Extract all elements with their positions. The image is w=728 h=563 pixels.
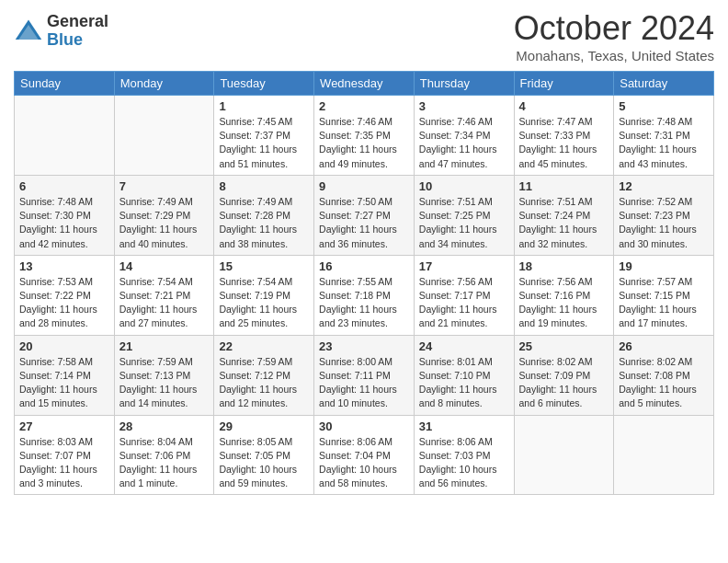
day-number: 7 xyxy=(119,179,210,193)
calendar-cell: 7Sunrise: 7:49 AMSunset: 7:29 PMDaylight… xyxy=(114,175,214,255)
day-info: Sunrise: 7:56 AMSunset: 7:16 PMDaylight:… xyxy=(519,276,597,329)
day-number: 12 xyxy=(619,179,709,193)
calendar-cell: 24Sunrise: 8:01 AMSunset: 7:10 PMDayligh… xyxy=(414,335,514,415)
calendar-cell: 19Sunrise: 7:57 AMSunset: 7:15 PMDayligh… xyxy=(614,255,714,335)
calendar-cell: 28Sunrise: 8:04 AMSunset: 7:06 PMDayligh… xyxy=(114,415,214,495)
day-number: 13 xyxy=(19,259,109,273)
calendar-cell: 17Sunrise: 7:56 AMSunset: 7:17 PMDayligh… xyxy=(414,255,514,335)
logo-general: General xyxy=(47,13,108,31)
day-info: Sunrise: 7:54 AMSunset: 7:21 PMDaylight:… xyxy=(119,276,198,329)
calendar-cell: 21Sunrise: 7:59 AMSunset: 7:13 PMDayligh… xyxy=(114,335,214,415)
calendar-cell: 13Sunrise: 7:53 AMSunset: 7:22 PMDayligh… xyxy=(15,255,115,335)
day-info: Sunrise: 7:54 AMSunset: 7:19 PMDaylight:… xyxy=(219,276,297,329)
calendar-body: 1Sunrise: 7:45 AMSunset: 7:37 PMDaylight… xyxy=(15,96,714,495)
calendar-cell: 15Sunrise: 7:54 AMSunset: 7:19 PMDayligh… xyxy=(214,255,314,335)
day-number: 4 xyxy=(519,99,609,113)
weekday-header-friday: Friday xyxy=(514,72,614,96)
day-number: 26 xyxy=(619,339,709,353)
calendar-cell: 31Sunrise: 8:06 AMSunset: 7:03 PMDayligh… xyxy=(414,415,514,495)
calendar-cell: 14Sunrise: 7:54 AMSunset: 7:21 PMDayligh… xyxy=(114,255,214,335)
calendar-week-row: 13Sunrise: 7:53 AMSunset: 7:22 PMDayligh… xyxy=(15,255,714,335)
calendar-cell: 11Sunrise: 7:51 AMSunset: 7:24 PMDayligh… xyxy=(514,175,614,255)
day-info: Sunrise: 7:49 AMSunset: 7:29 PMDaylight:… xyxy=(119,196,198,249)
day-number: 24 xyxy=(419,339,509,353)
day-number: 11 xyxy=(519,179,609,193)
calendar-cell: 10Sunrise: 7:51 AMSunset: 7:25 PMDayligh… xyxy=(414,175,514,255)
calendar-cell xyxy=(614,415,714,495)
day-info: Sunrise: 7:51 AMSunset: 7:25 PMDaylight:… xyxy=(419,196,497,249)
calendar-cell: 5Sunrise: 7:48 AMSunset: 7:31 PMDaylight… xyxy=(614,96,714,176)
day-info: Sunrise: 8:02 AMSunset: 7:08 PMDaylight:… xyxy=(619,356,697,409)
day-info: Sunrise: 7:52 AMSunset: 7:23 PMDaylight:… xyxy=(619,196,697,249)
calendar-week-row: 20Sunrise: 7:58 AMSunset: 7:14 PMDayligh… xyxy=(15,335,714,415)
day-number: 19 xyxy=(619,259,709,273)
calendar-cell: 1Sunrise: 7:45 AMSunset: 7:37 PMDaylight… xyxy=(214,96,314,176)
day-info: Sunrise: 7:49 AMSunset: 7:28 PMDaylight:… xyxy=(219,196,297,249)
day-number: 22 xyxy=(219,339,309,353)
day-number: 1 xyxy=(219,99,309,113)
weekday-header-tuesday: Tuesday xyxy=(214,72,314,96)
day-info: Sunrise: 8:03 AMSunset: 7:07 PMDaylight:… xyxy=(19,436,97,489)
day-number: 14 xyxy=(119,259,210,273)
calendar-cell: 8Sunrise: 7:49 AMSunset: 7:28 PMDaylight… xyxy=(214,175,314,255)
day-number: 3 xyxy=(419,99,509,113)
calendar-cell: 18Sunrise: 7:56 AMSunset: 7:16 PMDayligh… xyxy=(514,255,614,335)
day-info: Sunrise: 7:46 AMSunset: 7:34 PMDaylight:… xyxy=(419,116,497,169)
day-info: Sunrise: 7:48 AMSunset: 7:30 PMDaylight:… xyxy=(19,196,97,249)
calendar-cell xyxy=(15,96,115,176)
calendar-cell: 16Sunrise: 7:55 AMSunset: 7:18 PMDayligh… xyxy=(314,255,415,335)
day-info: Sunrise: 7:51 AMSunset: 7:24 PMDaylight:… xyxy=(519,196,597,249)
day-info: Sunrise: 8:06 AMSunset: 7:03 PMDaylight:… xyxy=(419,436,497,489)
calendar-cell: 6Sunrise: 7:48 AMSunset: 7:30 PMDaylight… xyxy=(15,175,115,255)
calendar-cell: 23Sunrise: 8:00 AMSunset: 7:11 PMDayligh… xyxy=(314,335,415,415)
logo: General Blue xyxy=(14,13,108,50)
calendar-cell: 30Sunrise: 8:06 AMSunset: 7:04 PMDayligh… xyxy=(314,415,415,495)
day-info: Sunrise: 7:59 AMSunset: 7:13 PMDaylight:… xyxy=(119,356,198,409)
calendar-cell: 27Sunrise: 8:03 AMSunset: 7:07 PMDayligh… xyxy=(15,415,115,495)
weekday-header-thursday: Thursday xyxy=(414,72,514,96)
day-number: 18 xyxy=(519,259,609,273)
day-info: Sunrise: 7:46 AMSunset: 7:35 PMDaylight:… xyxy=(319,116,397,169)
calendar-cell xyxy=(114,96,214,176)
day-number: 21 xyxy=(119,339,210,353)
calendar-cell: 3Sunrise: 7:46 AMSunset: 7:34 PMDaylight… xyxy=(414,96,514,176)
weekday-header-wednesday: Wednesday xyxy=(314,72,415,96)
day-number: 9 xyxy=(319,179,409,193)
title-block: October 2024 Monahans, Texas, United Sta… xyxy=(514,9,714,63)
calendar-table: SundayMondayTuesdayWednesdayThursdayFrid… xyxy=(14,71,714,495)
day-info: Sunrise: 8:01 AMSunset: 7:10 PMDaylight:… xyxy=(419,356,497,409)
page-header: General Blue October 2024 Monahans, Texa… xyxy=(14,9,714,63)
logo-blue: Blue xyxy=(47,31,108,50)
day-info: Sunrise: 7:48 AMSunset: 7:31 PMDaylight:… xyxy=(619,116,697,169)
calendar-week-row: 6Sunrise: 7:48 AMSunset: 7:30 PMDaylight… xyxy=(15,175,714,255)
weekday-header-saturday: Saturday xyxy=(614,72,714,96)
day-number: 10 xyxy=(419,179,509,193)
day-info: Sunrise: 7:56 AMSunset: 7:17 PMDaylight:… xyxy=(419,276,497,329)
day-info: Sunrise: 8:05 AMSunset: 7:05 PMDaylight:… xyxy=(219,436,297,489)
day-info: Sunrise: 7:47 AMSunset: 7:33 PMDaylight:… xyxy=(519,116,597,169)
day-info: Sunrise: 8:00 AMSunset: 7:11 PMDaylight:… xyxy=(319,356,397,409)
day-number: 25 xyxy=(519,339,609,353)
weekday-header-sunday: Sunday xyxy=(15,72,115,96)
day-info: Sunrise: 7:53 AMSunset: 7:22 PMDaylight:… xyxy=(19,276,97,329)
month-year-title: October 2024 xyxy=(514,9,714,48)
day-number: 28 xyxy=(119,419,210,433)
day-number: 8 xyxy=(219,179,309,193)
location-subtitle: Monahans, Texas, United States xyxy=(514,48,714,63)
calendar-week-row: 27Sunrise: 8:03 AMSunset: 7:07 PMDayligh… xyxy=(15,415,714,495)
calendar-cell: 29Sunrise: 8:05 AMSunset: 7:05 PMDayligh… xyxy=(214,415,314,495)
day-info: Sunrise: 7:59 AMSunset: 7:12 PMDaylight:… xyxy=(219,356,297,409)
day-number: 31 xyxy=(419,419,509,433)
day-info: Sunrise: 7:57 AMSunset: 7:15 PMDaylight:… xyxy=(619,276,697,329)
day-number: 15 xyxy=(219,259,309,273)
day-number: 5 xyxy=(619,99,709,113)
weekday-header-monday: Monday xyxy=(114,72,214,96)
weekday-header-row: SundayMondayTuesdayWednesdayThursdayFrid… xyxy=(15,72,714,96)
day-info: Sunrise: 8:06 AMSunset: 7:04 PMDaylight:… xyxy=(319,436,397,489)
day-info: Sunrise: 7:45 AMSunset: 7:37 PMDaylight:… xyxy=(219,116,297,169)
logo-icon xyxy=(14,17,43,46)
day-number: 29 xyxy=(219,419,309,433)
calendar-cell: 2Sunrise: 7:46 AMSunset: 7:35 PMDaylight… xyxy=(314,96,415,176)
calendar-cell: 9Sunrise: 7:50 AMSunset: 7:27 PMDaylight… xyxy=(314,175,415,255)
calendar-week-row: 1Sunrise: 7:45 AMSunset: 7:37 PMDaylight… xyxy=(15,96,714,176)
